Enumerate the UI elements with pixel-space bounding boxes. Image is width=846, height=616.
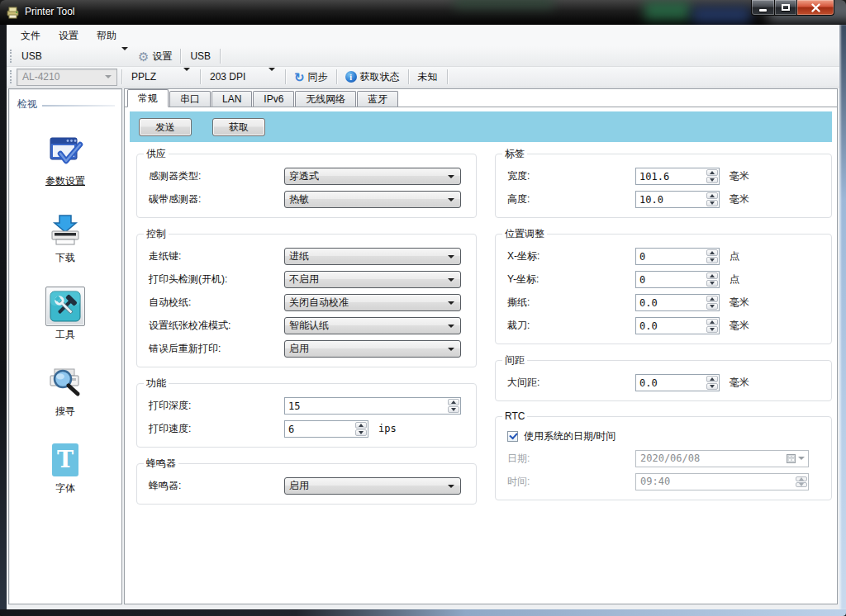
emulation-select[interactable]: PPLZ — [126, 69, 196, 86]
spinner-buttons — [795, 476, 808, 488]
toolbar-grip[interactable] — [10, 70, 12, 83]
calendar-icon — [787, 454, 796, 463]
dpi-select[interactable]: 203 DPI — [205, 69, 281, 86]
x-coordinate-input[interactable]: 0 — [635, 248, 720, 265]
sidebar-item-font[interactable]: T 字体 — [14, 440, 116, 495]
y-coordinate-input[interactable]: 0 — [635, 271, 720, 288]
feed-key-select[interactable]: 进纸 — [284, 248, 461, 265]
time-input: 09:40 — [635, 473, 809, 490]
unit-label: 毫米 — [730, 319, 749, 333]
spin-up-button[interactable] — [706, 376, 718, 382]
sidebar-item-download[interactable]: 下载 — [14, 210, 116, 265]
sidebar-item-label: 搜寻 — [14, 405, 116, 419]
sidebar-item-search[interactable]: 搜寻 — [14, 363, 116, 419]
sidebar-item-tools[interactable]: 工具 — [14, 287, 116, 342]
spin-up-button[interactable] — [448, 399, 459, 405]
selected-item-frame — [45, 287, 85, 326]
tab-general[interactable]: 常规 — [127, 89, 169, 107]
cutter-input[interactable]: 0.0 — [635, 317, 720, 334]
sidebar-item-label: 字体 — [14, 481, 116, 495]
toolbar-separator — [121, 69, 122, 84]
print-speed-input[interactable]: 6 — [284, 420, 368, 438]
port-settings-button[interactable]: ⚙ 设置 — [134, 50, 176, 64]
spin-up-button[interactable] — [355, 422, 367, 429]
field-label: 裁刀: — [501, 319, 635, 333]
maximize-button[interactable] — [775, 0, 797, 16]
spinner-buttons[interactable] — [706, 168, 719, 184]
spin-down-button[interactable] — [706, 200, 718, 206]
paper-calibration-mode-select[interactable]: 智能认纸 — [284, 317, 461, 334]
spin-up-button[interactable] — [706, 319, 718, 325]
auto-calibration-select[interactable]: 关闭自动校准 — [284, 294, 461, 311]
chevron-down-icon — [448, 325, 454, 328]
menu-settings[interactable]: 设置 — [50, 26, 88, 46]
get-status-button[interactable]: i 获取状态 — [341, 70, 404, 84]
use-system-datetime-checkbox[interactable]: 使用系统的日期/时间 — [501, 425, 825, 447]
parameter-settings-icon — [47, 135, 83, 170]
sidebar-item-parameter-settings[interactable]: 参数设置 — [14, 133, 116, 188]
spin-down-button[interactable] — [448, 406, 459, 413]
minimize-button[interactable] — [751, 0, 775, 16]
group-rtc: RTC 使用系统的日期/时间 日期: 2020/06/08 — [495, 410, 832, 500]
spin-up-button[interactable] — [706, 296, 718, 302]
spin-down-button[interactable] — [706, 257, 718, 263]
spin-down-button[interactable] — [355, 429, 367, 436]
spinner-buttons[interactable] — [706, 192, 719, 207]
chevron-down-icon — [121, 50, 128, 62]
sync-button[interactable]: ↻ 同步 — [290, 70, 332, 84]
reprint-after-error-select[interactable]: 启用 — [284, 340, 461, 358]
tab-lan[interactable]: LAN — [212, 91, 252, 107]
gap-input[interactable]: 0.0 — [635, 374, 720, 391]
spin-up-button[interactable] — [706, 272, 718, 279]
svg-text:T: T — [57, 447, 74, 472]
form-row: 高度: 10.0 毫米 — [501, 187, 825, 211]
tab-serial[interactable]: 串口 — [169, 91, 211, 107]
spin-down-button[interactable] — [706, 177, 718, 183]
field-label: 蜂鸣器: — [142, 479, 284, 493]
spinner-buttons[interactable] — [706, 249, 719, 264]
spinner-buttons[interactable] — [706, 295, 719, 310]
tab-wireless[interactable]: 无线网络 — [295, 91, 356, 107]
sidebar-item-label: 工具 — [14, 328, 116, 342]
spin-down-button[interactable] — [706, 280, 718, 287]
port-settings-label: 设置 — [152, 50, 172, 64]
ribbon-sensor-select[interactable]: 热敏 — [284, 191, 461, 208]
form-row: 自动校纸: 关闭自动校准 — [142, 291, 469, 314]
print-darkness-input[interactable]: 15 — [284, 397, 461, 415]
menu-help[interactable]: 帮助 — [88, 26, 126, 46]
tear-off-input[interactable]: 0.0 — [635, 294, 720, 311]
caret-up-icon — [710, 171, 715, 174]
label-width-input[interactable]: 101.6 — [635, 168, 720, 185]
spinner-buttons[interactable] — [354, 421, 368, 437]
label-height-input[interactable]: 10.0 — [635, 191, 720, 208]
menu-file[interactable]: 文件 — [12, 26, 50, 46]
spin-up-button[interactable] — [706, 192, 718, 199]
sensor-type-select[interactable]: 穿透式 — [284, 168, 461, 185]
tab-ipv6[interactable]: IPv6 — [253, 91, 294, 107]
toolbar-grip[interactable] — [10, 50, 12, 63]
spinner-buttons[interactable] — [706, 318, 719, 334]
spin-up-button[interactable] — [706, 249, 718, 256]
get-button[interactable]: 获取 — [212, 118, 265, 136]
close-button[interactable] — [797, 0, 834, 16]
spinner-buttons[interactable] — [706, 272, 719, 287]
field-label: Y-坐标: — [501, 272, 635, 287]
form-row: 打印头检测(开机): 不启用 — [142, 268, 469, 291]
window-client-area: 文件 设置 帮助 USB ⚙ 设置 USB AL-4210 — [7, 25, 839, 609]
tab-bluetooth[interactable]: 蓝牙 — [357, 91, 398, 107]
sidebar-item-label: 下载 — [14, 251, 116, 265]
buzzer-select[interactable]: 启用 — [284, 477, 461, 495]
spin-down-button[interactable] — [706, 326, 718, 333]
group-title: 蜂鸣器 — [144, 457, 178, 471]
spin-down-button[interactable] — [706, 303, 718, 310]
head-check-select[interactable]: 不启用 — [284, 271, 461, 288]
port-select[interactable]: USB — [17, 48, 134, 65]
field-label: 大间距: — [501, 376, 635, 390]
spinner-buttons[interactable] — [706, 375, 719, 391]
send-button[interactable]: 发送 — [139, 118, 192, 136]
spinner-buttons[interactable] — [447, 398, 460, 414]
chevron-down-icon — [448, 485, 454, 488]
spin-down-button[interactable] — [706, 383, 718, 390]
spin-up-button[interactable] — [706, 169, 718, 176]
field-label: 撕纸: — [501, 296, 635, 310]
